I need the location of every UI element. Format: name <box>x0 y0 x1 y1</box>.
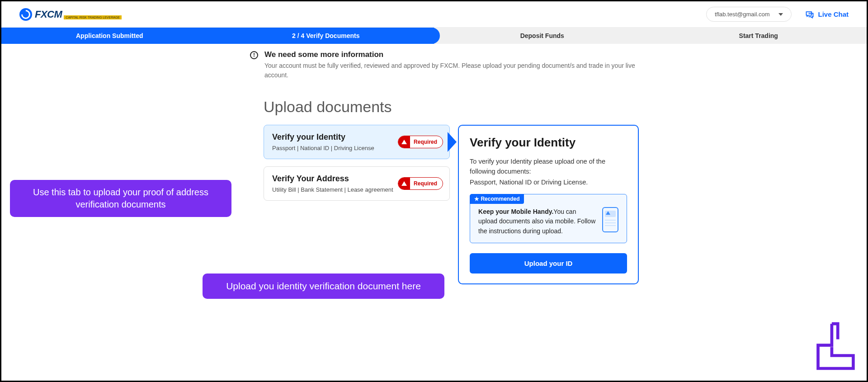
required-label: Required <box>410 179 443 189</box>
required-badge: Required <box>398 136 443 148</box>
logo[interactable]: FXCM CAPITAL RISK TRADING LEVERAGE <box>19 8 122 21</box>
required-badge: Required <box>398 177 443 190</box>
panel-desc-1: To verify your Identity please upload on… <box>470 157 627 177</box>
watermark-logo <box>814 322 857 373</box>
live-chat-label: Live Chat <box>818 10 849 18</box>
tab-verify-identity[interactable]: Verify your Identity Passport | National… <box>264 125 450 159</box>
logo-subtext: CAPITAL RISK TRADING LEVERAGE <box>64 15 122 19</box>
recommended-box: ★ Recommended Keep your Mobile Handy.You… <box>470 194 627 243</box>
callout-address-tab: Use this tab to upload your proof of add… <box>10 180 231 217</box>
panel-desc-2: Passport, National ID or Driving License… <box>470 179 627 186</box>
info-title: We need some more information <box>264 50 639 59</box>
panel-title: Verify your Identity <box>470 136 627 150</box>
header: FXCM CAPITAL RISK TRADING LEVERAGE tflab… <box>1 1 867 28</box>
callout-upload-here: Upload you identity verification documen… <box>203 274 444 299</box>
recommended-bold: Keep your Mobile Handy. <box>478 208 553 215</box>
progress-step-start[interactable]: Start Trading <box>651 28 867 44</box>
tab-verify-address[interactable]: Verify Your Address Utility Bill | Bank … <box>264 166 450 201</box>
required-label: Required <box>410 137 443 147</box>
recommended-text: Keep your Mobile Handy.You can upload do… <box>478 207 596 236</box>
info-icon-wrap: ! <box>250 51 258 59</box>
progress-step-verify: 2 / 4 Verify Documents <box>218 28 434 44</box>
info-icon: ! <box>250 51 258 59</box>
live-chat-button[interactable]: Live Chat <box>805 10 849 19</box>
upload-id-button[interactable]: Upload your ID <box>470 253 627 274</box>
recommended-label: ★ Recommended <box>470 194 524 204</box>
info-banner: ! We need some more information Your acc… <box>250 50 639 80</box>
watermark-icon <box>814 322 857 372</box>
identity-panel: Verify your Identity To verify your Iden… <box>458 125 639 284</box>
main-content: ! We need some more information Your acc… <box>250 44 639 284</box>
alert-icon <box>398 178 410 189</box>
upload-area: Verify your Identity Passport | National… <box>264 125 639 284</box>
user-email: tflab.test@gmail.com <box>715 11 770 18</box>
logo-icon <box>19 8 32 21</box>
progress-bar: Application Submitted 2 / 4 Verify Docum… <box>1 28 867 44</box>
header-right: tflab.test@gmail.com Live Chat <box>706 7 849 22</box>
section-title: Upload documents <box>264 98 639 116</box>
progress-step-submitted: Application Submitted <box>1 28 218 44</box>
info-desc: Your account must be fully verified, rev… <box>264 61 639 80</box>
document-tabs: Verify your Identity Passport | National… <box>264 125 450 284</box>
user-menu[interactable]: tflab.test@gmail.com <box>706 7 792 22</box>
phone-icon <box>602 207 618 232</box>
chat-icon <box>805 10 814 19</box>
chevron-down-icon <box>778 13 783 16</box>
logo-text: FXCM <box>35 9 62 20</box>
progress-step-deposit[interactable]: Deposit Funds <box>434 28 651 44</box>
alert-icon <box>398 136 410 148</box>
